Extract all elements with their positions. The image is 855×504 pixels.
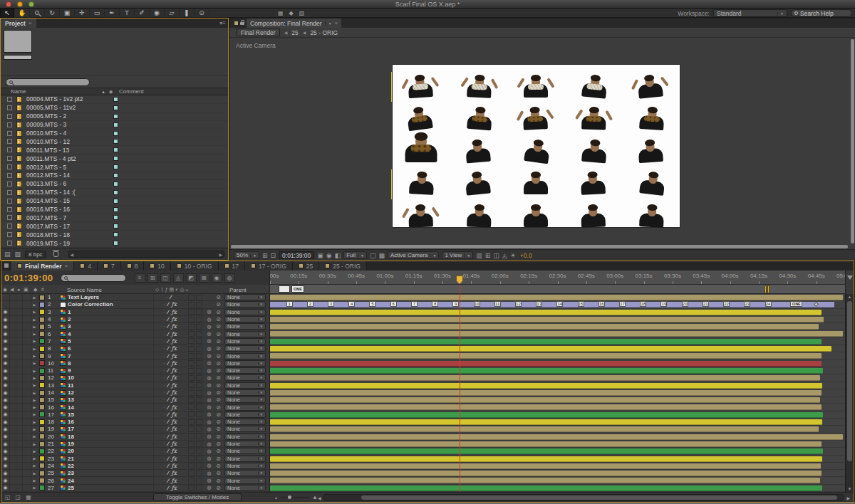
parent-pickwhip-icon[interactable]: ⊘ [214, 338, 223, 345]
parent-dropdown[interactable]: None▼ [224, 470, 266, 476]
layer-row[interactable]: ◉▶53·∕ƒx◍⊘None▼ [1, 323, 269, 330]
layer-visibility-toggle[interactable]: ◉ [1, 345, 10, 352]
layer-duration-bar[interactable] [270, 324, 819, 330]
layer-solo-toggle[interactable] [16, 374, 23, 381]
layer-label-chip[interactable] [38, 323, 46, 330]
layer-duration-bar[interactable] [270, 331, 843, 337]
footage-name[interactable]: 00019.MTS - 19 [26, 240, 106, 247]
frame-blend-box[interactable] [188, 375, 195, 381]
layer-audio-toggle[interactable] [10, 477, 16, 483]
layer-visibility-toggle[interactable] [1, 294, 10, 300]
3d-layer-switch-icon[interactable] [204, 294, 214, 300]
layer-solo-toggle[interactable] [16, 360, 23, 367]
layer-audio-toggle[interactable] [10, 316, 16, 322]
collapse-switch-icon[interactable]: · [163, 361, 165, 366]
layer-name[interactable]: Color Correction [68, 301, 153, 308]
parent-dropdown[interactable]: None▼ [224, 331, 266, 337]
timeline-button-icon[interactable]: ◫ [493, 252, 499, 259]
layer-label-chip[interactable] [38, 345, 46, 352]
safe-margins-icon[interactable]: ⊞ [262, 252, 268, 259]
layer-lock-toggle[interactable] [23, 441, 31, 447]
parent-dropdown[interactable]: None▼ [224, 456, 266, 462]
motion-blur-box[interactable] [196, 309, 202, 315]
layer-lock-toggle[interactable] [23, 456, 31, 462]
3d-layer-switch-icon[interactable]: ◍ [204, 338, 214, 345]
frame-blend-box[interactable] [188, 456, 195, 461]
layer-switch-boxes[interactable] [186, 330, 204, 337]
layer-switches[interactable]: ·∕ƒx [153, 441, 186, 447]
fx-switch-icon[interactable]: ƒx [172, 389, 177, 396]
project-item-row[interactable]: 00011.MTS - 4 pt2 [1, 154, 228, 163]
layer-lock-toggle[interactable] [23, 338, 31, 345]
layer-name[interactable]: 11 [68, 382, 153, 389]
source-name-column-header[interactable]: Source Name [67, 287, 102, 293]
layer-label-chip[interactable] [38, 426, 46, 432]
frame-blend-box[interactable] [188, 331, 195, 337]
layer-switches[interactable]: ·∕ƒx [153, 360, 186, 367]
item-checkbox[interactable] [7, 182, 12, 187]
layer-lock-toggle[interactable] [23, 389, 31, 396]
label-color-chip[interactable] [113, 139, 118, 144]
3d-layer-switch-icon[interactable]: ◍ [204, 309, 214, 315]
layer-visibility-toggle[interactable]: ◉ [1, 360, 10, 367]
playhead-marker[interactable] [456, 275, 463, 284]
layer-audio-toggle[interactable] [10, 397, 16, 403]
layer-duration-bar[interactable] [270, 397, 820, 403]
layer-name[interactable]: 15 [68, 411, 153, 418]
layer-row[interactable]: ◉▶75·∕ƒx◍⊘None▼ [1, 338, 269, 345]
layer-duration-bar[interactable] [270, 441, 822, 447]
quality-switch-icon[interactable]: ∕ [167, 374, 168, 381]
layer-solo-toggle[interactable] [16, 338, 23, 345]
layer-row[interactable]: ◉▶86·∕ƒx◍⊘None▼ [1, 345, 269, 352]
layer-solo-toggle[interactable] [16, 426, 23, 432]
frame-blend-box[interactable] [188, 397, 195, 403]
layer-visibility-toggle[interactable]: ◉ [1, 397, 10, 403]
label-column-icon[interactable]: ◈ [109, 89, 113, 95]
item-checkbox[interactable] [7, 164, 12, 169]
layer-solo-toggle[interactable] [16, 448, 23, 454]
layer-name[interactable]: 17 [68, 426, 153, 432]
layer-visibility-toggle[interactable]: ◉ [1, 477, 10, 483]
layer-duration-bar[interactable] [270, 485, 822, 491]
parent-pickwhip-icon[interactable]: ⊘ [214, 382, 223, 389]
eraser-tool[interactable]: ▱ [165, 9, 180, 18]
layer-audio-toggle[interactable] [10, 411, 16, 418]
footage-name[interactable]: 00014.MTS - 15 [26, 197, 106, 204]
layer-switch-boxes[interactable] [186, 316, 204, 322]
fx-switch-icon[interactable]: ƒx [172, 397, 177, 403]
layer-audio-toggle[interactable] [10, 382, 16, 389]
quality-switch-icon[interactable]: ∕ [167, 397, 168, 403]
frame-blend-box[interactable] [188, 338, 195, 344]
label-color-chip[interactable] [113, 164, 118, 169]
layer-label-chip[interactable] [38, 397, 46, 403]
label-color-chip[interactable] [113, 147, 118, 152]
exposure-value[interactable]: +0.0 [520, 252, 532, 259]
layer-row[interactable]: ◉▶1715·∕ƒx◍⊘None▼ [1, 411, 269, 419]
layer-bars-area[interactable]: 123456789101112131415161718192021222324O… [270, 294, 845, 492]
frame-blend-box[interactable] [188, 485, 195, 490]
layer-row[interactable]: ◉▶31·∕ƒx◍⊘None▼ [1, 309, 269, 316]
layer-audio-toggle[interactable] [10, 463, 16, 469]
motion-blur-box[interactable] [196, 346, 202, 352]
layer-switches[interactable]: ·∕ƒx [153, 301, 186, 308]
layer-duration-bar[interactable] [270, 412, 823, 418]
layer-switches[interactable]: ·∕ƒx [153, 323, 186, 330]
layer-switch-boxes[interactable] [186, 456, 204, 462]
layer-switch-boxes[interactable] [186, 411, 204, 418]
tab-10-orig[interactable]: 10 - ORIG [171, 261, 219, 271]
quality-switch-icon[interactable]: ∕ [167, 389, 168, 396]
layer-switch-boxes[interactable] [186, 434, 204, 440]
layer-solo-toggle[interactable] [16, 345, 23, 352]
frame-blend-box[interactable] [188, 390, 195, 396]
3d-layer-switch-icon[interactable]: ◍ [204, 330, 214, 337]
collapse-switch-icon[interactable]: · [163, 426, 165, 431]
layer-switch-boxes[interactable] [186, 301, 204, 308]
frame-blend-box[interactable] [188, 441, 195, 447]
layer-expand-arrow[interactable]: ▶ [31, 367, 38, 374]
layer-solo-toggle[interactable] [16, 485, 23, 491]
layer-switches[interactable]: ·∕ƒx [153, 404, 186, 410]
motion-blur-box[interactable] [196, 471, 202, 476]
layer-expand-arrow[interactable]: ▶ [31, 330, 38, 337]
parent-pickwhip-icon[interactable]: ⊘ [214, 463, 223, 469]
comp-marker-bin[interactable] [845, 271, 854, 285]
